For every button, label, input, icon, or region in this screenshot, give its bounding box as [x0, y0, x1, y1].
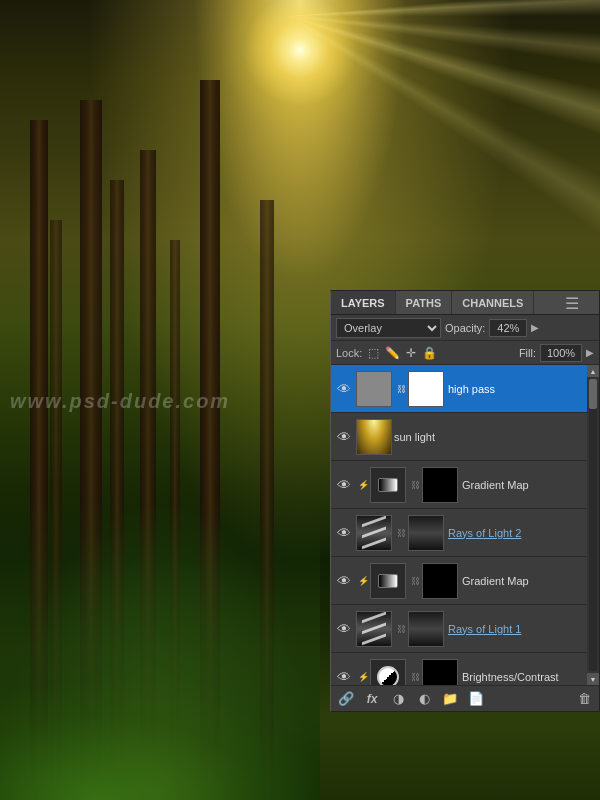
layer-chain-gm1: ⛓ [410, 576, 420, 586]
layer-thumb-brightness [370, 659, 406, 686]
layer-mask-rays-2 [408, 515, 444, 551]
layer-chain-rays1: ⛓ [396, 624, 406, 634]
lock-row: Lock: ⬚ ✏️ ✛ 🔒 Fill: ▶ [331, 341, 599, 365]
layer-eye-gradient-map-1[interactable]: 👁 [335, 572, 353, 590]
panel-toolbar: 🔗 fx ◑ ◐ 📁 📄 🗑 [331, 685, 599, 711]
layer-link-brightness: ⚡ [356, 668, 370, 686]
add-mask-button[interactable]: ◑ [387, 689, 409, 709]
layer-link-gradient-map-1: ⚡ [356, 572, 370, 590]
layer-link-gradient-map-2: ⚡ [356, 476, 370, 494]
create-group-button[interactable]: 📁 [439, 689, 461, 709]
layer-thumb-rays-2 [356, 515, 392, 551]
panel-menu-icon[interactable]: ☰ [565, 293, 579, 312]
fill-input[interactable] [540, 344, 582, 362]
layer-mask-brightness [422, 659, 458, 686]
layer-item-gradient-map-2[interactable]: 👁 ⚡ ⛓ Gradient Map [331, 461, 599, 509]
layer-name-high-pass: high pass [448, 383, 583, 395]
layers-list: ▲ ▼ 👁 ⛓ high pass 👁 [331, 365, 599, 685]
scroll-thumb[interactable] [589, 379, 597, 409]
scroll-down-btn[interactable]: ▼ [587, 673, 599, 685]
layer-eye-rays-2[interactable]: 👁 [335, 524, 353, 542]
layer-mask-gradient-map-2 [422, 467, 458, 503]
layer-item-rays-2[interactable]: 👁 ⛓ Rays of Light 2 [331, 509, 599, 557]
layer-mask-gradient-map-1 [422, 563, 458, 599]
layer-eye-high-pass[interactable]: 👁 [335, 380, 353, 398]
layer-thumbs-high-pass: ⛓ [356, 371, 448, 407]
layer-name-gradient-map-2: Gradient Map [462, 479, 583, 491]
scrollbar[interactable]: ▲ ▼ [587, 365, 599, 685]
layer-eye-rays-1[interactable]: 👁 [335, 620, 353, 638]
layer-item-high-pass[interactable]: 👁 ⛓ high pass [331, 365, 599, 413]
layer-thumb-high-pass [356, 371, 392, 407]
add-adjustment-button[interactable]: ◐ [413, 689, 435, 709]
layer-chain-rays2: ⛓ [396, 528, 406, 538]
delete-layer-button[interactable]: 🗑 [573, 689, 595, 709]
layer-item-rays-1[interactable]: 👁 ⛓ Rays of Light 1 [331, 605, 599, 653]
fx-button[interactable]: fx [361, 689, 383, 709]
layer-thumbs-brightness: ⛓ [370, 659, 462, 686]
lock-transparent-icon[interactable]: ⬚ [368, 346, 379, 360]
layer-item-sun-light[interactable]: 👁 sun light [331, 413, 599, 461]
panel-header: LAYERS PATHS CHANNELS ☰ [331, 291, 599, 315]
opacity-label: Opacity: [445, 322, 485, 334]
lock-move-icon[interactable]: ✛ [406, 346, 416, 360]
layer-thumb-rays-1 [356, 611, 392, 647]
layer-chain-gm2: ⛓ [410, 480, 420, 490]
layer-thumb-gradient-map-2 [370, 467, 406, 503]
layer-thumbs-gradient-map-2: ⛓ [370, 467, 462, 503]
opacity-arrow[interactable]: ▶ [531, 322, 539, 333]
lock-paint-icon[interactable]: ✏️ [385, 346, 400, 360]
layer-name-gradient-map-1: Gradient Map [462, 575, 583, 587]
layer-mask-rays-1 [408, 611, 444, 647]
layer-eye-gradient-map-2[interactable]: 👁 [335, 476, 353, 494]
layer-thumbs-rays-2: ⛓ [356, 515, 448, 551]
blend-mode-row: Overlay Normal Multiply Screen Soft Ligh… [331, 315, 599, 341]
lock-all-icon[interactable]: 🔒 [422, 346, 437, 360]
layer-eye-brightness[interactable]: 👁 [335, 668, 353, 686]
layer-item-gradient-map-1[interactable]: 👁 ⚡ ⛓ Gradient Map [331, 557, 599, 605]
scroll-up-btn[interactable]: ▲ [587, 365, 599, 377]
layer-thumbs-sun-light [356, 419, 394, 455]
layers-panel: LAYERS PATHS CHANNELS ☰ Overlay Normal M… [330, 290, 600, 712]
lock-label: Lock: [336, 347, 362, 359]
layer-name-sun-light: sun light [394, 431, 583, 443]
new-layer-button[interactable]: 📄 [465, 689, 487, 709]
opacity-row: Opacity: ▶ [445, 319, 539, 337]
fill-label: Fill: [519, 347, 536, 359]
layer-name-brightness: Brightness/Contrast [462, 671, 583, 683]
fill-arrow[interactable]: ▶ [586, 347, 594, 358]
fill-row: Fill: ▶ [519, 344, 594, 362]
layer-item-brightness[interactable]: 👁 ⚡ ⛓ Brightness/Contrast [331, 653, 599, 685]
layer-name-rays-1: Rays of Light 1 [448, 623, 583, 635]
layer-thumbs-rays-1: ⛓ [356, 611, 448, 647]
blend-mode-select[interactable]: Overlay Normal Multiply Screen Soft Ligh… [336, 318, 441, 338]
link-layers-button[interactable]: 🔗 [335, 689, 357, 709]
tab-channels[interactable]: CHANNELS [452, 291, 534, 314]
tab-paths[interactable]: PATHS [396, 291, 453, 314]
scroll-track [589, 379, 597, 671]
layer-thumb-sun-light [356, 419, 392, 455]
tab-layers[interactable]: LAYERS [331, 291, 396, 314]
layer-chain-high-pass: ⛓ [396, 384, 406, 394]
layer-eye-sun-light[interactable]: 👁 [335, 428, 353, 446]
ground-veg [0, 680, 320, 800]
opacity-input[interactable] [489, 319, 527, 337]
layer-mask-high-pass [408, 371, 444, 407]
layer-thumb-gradient-map-1 [370, 563, 406, 599]
layer-thumbs-gradient-map-1: ⛓ [370, 563, 462, 599]
layer-name-rays-2: Rays of Light 2 [448, 527, 583, 539]
layer-chain-brightness: ⛓ [410, 672, 420, 682]
